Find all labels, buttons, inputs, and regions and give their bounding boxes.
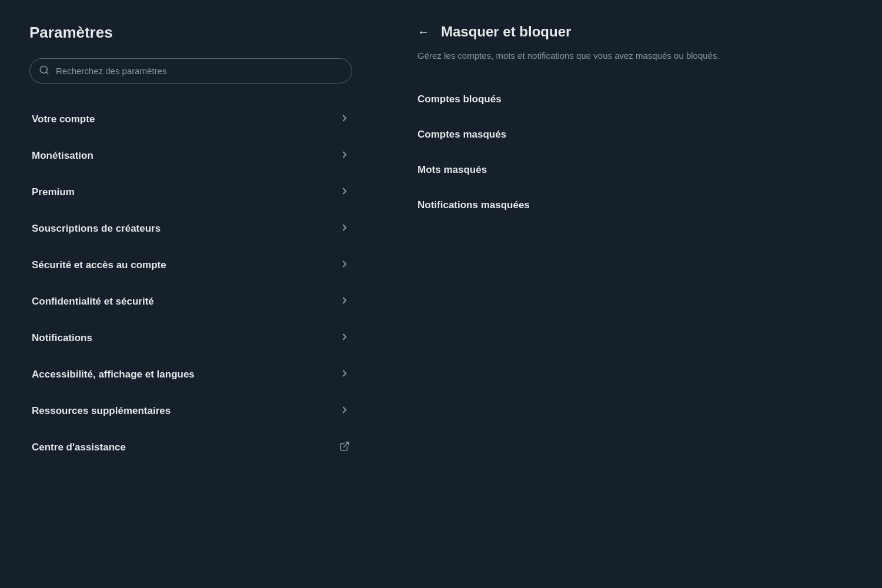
chevron-right-icon (339, 368, 350, 381)
svg-line-1 (46, 72, 48, 74)
right-menu-label-notifications-masquees: Notifications masquées (417, 199, 530, 211)
menu-item-label-confidentialite: Confidentialité et sécurité (32, 296, 154, 308)
menu-item-label-securite-acces: Sécurité et accès au compte (32, 259, 166, 271)
right-panel: ← Masquer et bloquer Gérez les comptes, … (382, 0, 882, 588)
right-menu-label-comptes-bloques: Comptes bloqués (417, 93, 502, 105)
right-menu-item-notifications-masquees[interactable]: Notifications masquées (417, 188, 847, 223)
menu-item-label-premium: Premium (32, 186, 75, 198)
right-menu-label-comptes-masques: Comptes masqués (417, 129, 506, 140)
right-menu: Comptes bloquésComptes masquésMots masqu… (417, 82, 847, 223)
left-panel: Paramètres Votre compteMonétisationPremi… (0, 0, 382, 588)
menu-item-notifications[interactable]: Notifications (29, 320, 352, 356)
chevron-right-icon (339, 332, 350, 345)
right-menu-item-comptes-bloques[interactable]: Comptes bloqués (417, 82, 847, 117)
right-description: Gérez les comptes, mots et notifications… (417, 49, 847, 63)
svg-line-2 (344, 442, 349, 447)
page-title: Paramètres (29, 24, 352, 42)
chevron-right-icon (339, 405, 350, 417)
menu-item-monetisation[interactable]: Monétisation (29, 138, 352, 174)
right-panel-title: Masquer et bloquer (441, 24, 571, 40)
menu-item-label-souscriptions: Souscriptions de créateurs (32, 223, 161, 235)
menu-item-premium[interactable]: Premium (29, 174, 352, 211)
menu-item-souscriptions[interactable]: Souscriptions de créateurs (29, 211, 352, 247)
search-wrapper (29, 58, 352, 83)
chevron-right-icon (339, 186, 350, 199)
menu-item-votre-compte[interactable]: Votre compte (29, 101, 352, 138)
chevron-right-icon (339, 149, 350, 162)
menu-item-ressources[interactable]: Ressources supplémentaires (29, 393, 352, 429)
menu-item-accessibilite[interactable]: Accessibilité, affichage et langues (29, 356, 352, 393)
right-menu-item-comptes-masques[interactable]: Comptes masqués (417, 117, 847, 152)
menu-item-confidentialite[interactable]: Confidentialité et sécurité (29, 283, 352, 320)
back-button[interactable]: ← (417, 25, 429, 39)
right-menu-item-mots-masques[interactable]: Mots masqués (417, 152, 847, 188)
right-menu-label-mots-masques: Mots masqués (417, 164, 487, 175)
chevron-right-icon (339, 222, 350, 235)
settings-menu: Votre compteMonétisationPremiumSouscript… (29, 101, 352, 466)
search-icon (39, 65, 49, 78)
menu-item-label-notifications: Notifications (32, 332, 92, 344)
menu-item-centre-assistance[interactable]: Centre d'assistance (29, 429, 352, 466)
menu-item-label-centre-assistance: Centre d'assistance (32, 442, 126, 453)
menu-item-label-accessibilite: Accessibilité, affichage et langues (32, 369, 195, 380)
menu-item-label-monetisation: Monétisation (32, 150, 93, 162)
chevron-right-icon (339, 259, 350, 272)
search-input[interactable] (29, 58, 352, 83)
right-header: ← Masquer et bloquer (417, 24, 847, 40)
chevron-right-icon (339, 295, 350, 308)
external-link-icon (339, 441, 350, 454)
menu-item-label-votre-compte: Votre compte (32, 113, 95, 125)
menu-item-securite-acces[interactable]: Sécurité et accès au compte (29, 247, 352, 283)
menu-item-label-ressources: Ressources supplémentaires (32, 405, 171, 417)
chevron-right-icon (339, 113, 350, 126)
